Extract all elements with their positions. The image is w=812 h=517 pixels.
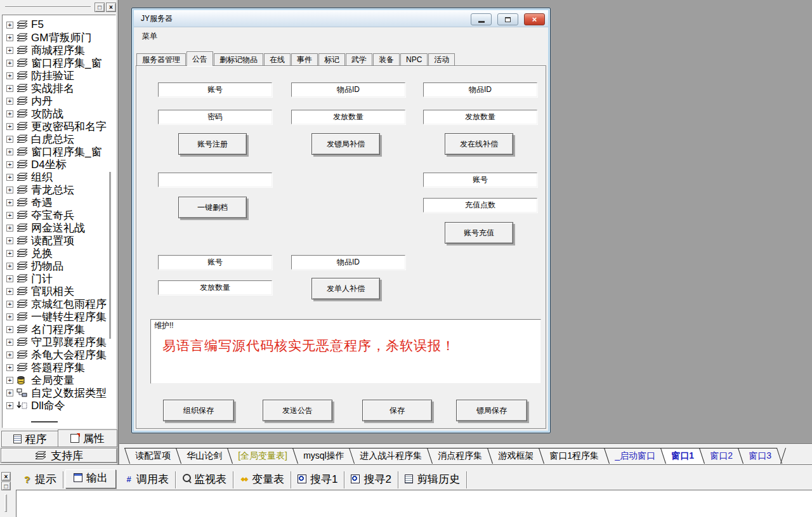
expand-icon[interactable]: + <box>6 313 13 320</box>
expand-icon[interactable]: + <box>6 377 13 384</box>
tree-item[interactable]: + <box>3 361 115 374</box>
register-account-input[interactable]: 账号 <box>158 82 272 97</box>
editor-tab[interactable]: _启动窗口 <box>604 448 666 464</box>
expand-icon[interactable]: + <box>6 148 13 155</box>
output-tab[interactable]: 输出 <box>65 469 116 488</box>
send-notice-button[interactable]: 发送公告 <box>263 400 332 421</box>
close-button[interactable]: × <box>524 13 545 25</box>
delete-archive-button[interactable]: 一键删档 <box>178 197 247 218</box>
escort-save-button[interactable]: 镖局保存 <box>456 400 527 421</box>
expand-icon[interactable]: + <box>6 174 13 181</box>
expand-icon[interactable]: + <box>6 402 13 409</box>
single-account-input[interactable]: 账号 <box>158 255 272 270</box>
register-password-input[interactable]: 密码 <box>158 110 272 124</box>
tree-item[interactable]: + <box>3 298 115 310</box>
tree-item[interactable]: + <box>3 18 115 31</box>
expand-icon[interactable]: + <box>6 339 13 346</box>
window-tab[interactable]: 在线 <box>264 53 291 65</box>
expand-icon[interactable]: + <box>6 389 13 396</box>
tree-item[interactable]: + <box>3 272 115 285</box>
expand-icon[interactable]: + <box>6 123 13 130</box>
editor-tab[interactable]: 窗口3 <box>737 448 782 464</box>
expand-icon[interactable]: + <box>6 110 13 117</box>
editor-tab[interactable]: 进入战斗程序集 <box>349 448 433 464</box>
escort-item-id-input[interactable]: 物品ID <box>291 82 405 97</box>
tree-item[interactable]: + <box>3 285 115 298</box>
window-tab[interactable]: 公告 <box>187 51 213 66</box>
expand-icon[interactable]: + <box>6 301 13 308</box>
output-tab[interactable]: 监视表 <box>176 471 233 488</box>
tree-item[interactable]: + <box>3 196 115 209</box>
tree-item[interactable]: + <box>3 234 115 247</box>
tree-item[interactable]: + <box>3 247 115 259</box>
editor-tab[interactable]: 消点程序集 <box>427 448 493 464</box>
output-tab[interactable]: # 调用表 <box>118 471 176 488</box>
dock-restore-button[interactable]: □ <box>1 481 11 490</box>
window-titlebar[interactable]: JY服务器 × <box>134 10 548 27</box>
charge-account-button[interactable]: 账号充值 <box>445 222 513 244</box>
expand-icon[interactable]: + <box>6 351 13 358</box>
send-escort-comp-button[interactable]: 发镖局补偿 <box>311 133 380 155</box>
expand-icon[interactable]: + <box>6 60 13 67</box>
editor-tab[interactable]: [全局变量表] <box>227 448 298 464</box>
window-tab[interactable]: 删标记物品 <box>214 53 263 65</box>
online-item-id-input[interactable]: 物品ID <box>423 82 537 97</box>
output-tab[interactable]: ◆◆ 变量表 <box>233 471 291 488</box>
expand-icon[interactable]: + <box>6 136 13 143</box>
announcement-textarea[interactable]: 维护!! 易语言编写源代码核实无恶意程序，杀软误报！ <box>150 319 541 384</box>
tree-item[interactable]: + <box>3 221 115 234</box>
output-tab[interactable]: ? 提示 <box>16 471 63 488</box>
panel-grip[interactable] <box>5 6 91 8</box>
tree-item[interactable]: + <box>3 31 115 44</box>
tree-item[interactable]: + <box>3 107 115 120</box>
escort-quantity-input[interactable]: 发放数量 <box>291 110 405 124</box>
tree-item[interactable]: + <box>3 310 115 323</box>
expand-icon[interactable]: + <box>6 161 13 168</box>
tree-item[interactable]: + <box>3 323 115 336</box>
tree-item[interactable]: + <box>3 374 115 386</box>
editor-tab[interactable]: 游戏框架 <box>487 448 544 464</box>
editor-tab[interactable]: 读配置项 <box>124 448 181 464</box>
window-tab[interactable]: 服务器管理 <box>136 53 186 65</box>
window-tab[interactable]: 事件 <box>291 53 318 65</box>
expand-icon[interactable]: + <box>6 288 13 295</box>
editor-tab[interactable]: 华山论剑 <box>176 448 233 464</box>
project-panel-header[interactable]: □ × <box>0 0 118 14</box>
support-library-button[interactable]: 支持库 <box>1 448 117 463</box>
panel-maximize-button[interactable]: □ <box>95 3 105 12</box>
expand-icon[interactable]: + <box>6 199 13 206</box>
window-tab[interactable]: 装备 <box>373 53 400 65</box>
tree-item[interactable]: + <box>3 209 115 221</box>
window-tab[interactable]: NPC <box>400 53 428 65</box>
expand-icon[interactable]: + <box>6 263 13 270</box>
expand-icon[interactable]: + <box>6 250 13 257</box>
window-tab[interactable]: 标记 <box>318 53 345 65</box>
expand-icon[interactable]: + <box>6 187 13 193</box>
send-single-comp-button[interactable]: 发单人补偿 <box>311 278 380 299</box>
expand-icon[interactable]: + <box>6 212 13 219</box>
tree-scrollbar[interactable] <box>109 172 111 339</box>
tree-item[interactable]: + <box>3 158 115 171</box>
delete-account-input[interactable] <box>158 173 272 187</box>
expand-icon[interactable]: + <box>6 85 13 92</box>
tree-item[interactable]: + <box>3 386 115 399</box>
window-tab[interactable]: 武学 <box>346 53 372 65</box>
dock-close-button[interactable]: × <box>1 472 11 481</box>
save-button[interactable]: 保存 <box>362 400 432 421</box>
tree-item[interactable]: + <box>3 56 115 69</box>
panel-close-button[interactable]: × <box>106 3 116 12</box>
tree-item[interactable]: + <box>3 336 115 348</box>
window-tab[interactable]: 活动 <box>428 53 455 65</box>
tree-item[interactable]: + <box>3 259 115 272</box>
editor-tab[interactable]: 窗口1 <box>660 448 705 464</box>
tree-item[interactable]: + <box>3 133 115 145</box>
online-quantity-input[interactable]: 发放数量 <box>423 110 537 124</box>
expand-icon[interactable]: + <box>6 364 13 371</box>
expand-icon[interactable]: + <box>6 275 13 282</box>
output-tab[interactable]: 搜寻2 <box>344 471 398 488</box>
single-item-id-input[interactable]: 物品ID <box>291 255 405 270</box>
expand-icon[interactable]: + <box>6 34 13 41</box>
tree-item[interactable]: + <box>3 145 115 158</box>
tree-item[interactable]: + <box>3 82 115 95</box>
tree-item[interactable]: + <box>3 120 115 133</box>
